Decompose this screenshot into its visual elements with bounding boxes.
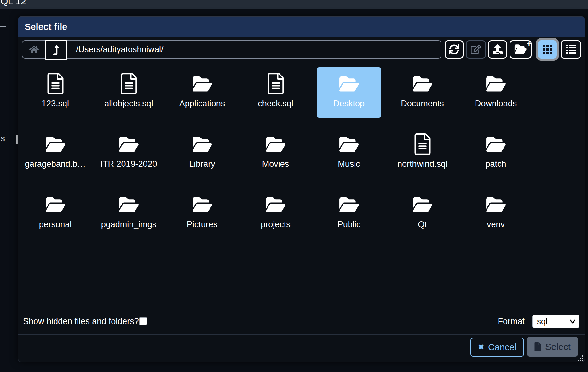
path-input-group (22, 40, 441, 59)
file-label: ITR 2019-2020 (100, 159, 157, 169)
folder-icon (412, 72, 433, 95)
folder-icon (485, 133, 507, 155)
file-tile-123.sql[interactable]: 123.sql (23, 67, 87, 118)
file-icon (414, 133, 431, 155)
folder-icon (265, 133, 286, 155)
toolbar-divider (18, 62, 585, 62)
show-hidden-label: Show hidden files and folders? (23, 317, 139, 326)
chevron-down-icon (569, 318, 576, 325)
folder-tile-Qt[interactable]: Qt (390, 188, 454, 239)
list-view-button[interactable] (561, 40, 581, 59)
file-label: Movies (262, 159, 289, 169)
folder-icon (265, 193, 286, 216)
rename-button[interactable] (466, 40, 486, 59)
file-icon (47, 72, 64, 95)
folder-tile-Public[interactable]: Public (317, 188, 381, 239)
select-label: Select (545, 342, 571, 352)
file-icon (534, 342, 541, 351)
rename-edit-icon (471, 44, 481, 54)
file-label: Applications (179, 99, 225, 109)
folder-icon (45, 193, 66, 216)
home-button[interactable] (22, 41, 45, 58)
background-divider-fragment (0, 26, 6, 27)
file-label: Music (338, 159, 360, 169)
folder-icon (118, 133, 140, 155)
path-input[interactable] (76, 41, 435, 58)
folder-tile-Library[interactable]: Library (170, 128, 234, 178)
format-label: Format (498, 317, 525, 326)
folder-tile-Documents[interactable]: Documents (390, 67, 454, 118)
file-label: garageband.b… (25, 159, 86, 169)
dialog-footer: ✖ Cancel Select (18, 335, 585, 362)
plus-icon: + (527, 39, 532, 48)
file-label: venv (487, 220, 505, 229)
folder-icon (338, 193, 360, 216)
folder-tile-Pictures[interactable]: Pictures (170, 188, 234, 239)
background-cursor-fragment (16, 135, 18, 144)
folder-tile-Movies[interactable]: Movies (244, 128, 308, 178)
background-tab-bar: QL 12 (0, 0, 588, 9)
folder-icon (45, 133, 66, 155)
list-view-icon (566, 45, 576, 54)
folder-icon (485, 72, 507, 95)
dialog-header: Select file (18, 17, 585, 37)
refresh-icon (449, 44, 459, 54)
folder-tile-ITR_2019-2020[interactable]: ITR 2019-2020 (97, 128, 161, 178)
background-tab-title: QL 12 (1, 0, 26, 7)
file-tile-check.sql[interactable]: check.sql (244, 67, 308, 118)
cancel-label: Cancel (488, 342, 516, 352)
home-icon (29, 45, 39, 54)
cancel-button[interactable]: ✖ Cancel (470, 338, 524, 357)
select-button[interactable]: Select (527, 337, 578, 357)
folder-icon (338, 133, 360, 155)
level-up-button[interactable] (45, 40, 67, 60)
new-folder-button[interactable]: + (510, 40, 532, 59)
screen: QL 12 s Select file (0, 0, 588, 372)
folder-tile-Applications[interactable]: Applications (170, 67, 234, 118)
format-selected-value: sql (537, 317, 547, 326)
folder-tile-patch[interactable]: patch (464, 128, 528, 178)
options-row: Show hidden files and folders? Format sq… (18, 308, 585, 335)
level-up-icon (53, 45, 60, 55)
file-icon (268, 72, 284, 95)
file-tile-northwind.sql[interactable]: northwind.sql (390, 128, 454, 178)
folder-icon (192, 193, 213, 216)
file-label: Pictures (187, 220, 218, 229)
file-icon (121, 72, 137, 95)
folder-tile-Downloads[interactable]: Downloads (464, 67, 528, 118)
file-label: pgadmin_imgs (101, 220, 157, 229)
folder-icon (338, 72, 360, 95)
file-label: patch (485, 159, 506, 169)
file-label: allobjects.sql (104, 99, 153, 109)
format-select[interactable]: sql (532, 315, 579, 328)
folder-icon (192, 133, 213, 155)
grid-view-button[interactable] (538, 40, 557, 59)
file-label: Public (337, 220, 361, 229)
file-tile-allobjects.sql[interactable]: allobjects.sql (97, 67, 161, 118)
file-label: 123.sql (42, 99, 69, 109)
select-file-dialog: Select file + (18, 16, 585, 362)
file-label: Downloads (475, 99, 517, 109)
file-label: northwind.sql (397, 159, 447, 169)
folder-tile-pgadmin_imgs[interactable]: pgadmin_imgs (97, 188, 161, 239)
show-hidden-checkbox[interactable] (139, 317, 147, 325)
file-label: Qt (418, 220, 427, 229)
file-label: Documents (401, 99, 444, 109)
resize-grip[interactable] (577, 355, 583, 362)
folder-tile-Desktop[interactable]: Desktop (317, 67, 381, 118)
file-label: projects (261, 220, 291, 229)
file-label: Desktop (333, 99, 365, 109)
folder-tile-personal[interactable]: personal (23, 188, 87, 239)
folder-tile-Music[interactable]: Music (317, 128, 381, 178)
folder-icon (485, 193, 507, 216)
file-grid: 123.sql allobjects.sql Applications chec… (23, 67, 528, 239)
dialog-title: Select file (25, 22, 67, 32)
refresh-button[interactable] (445, 40, 464, 59)
folder-tile-garageband.b_[interactable]: garageband.b… (23, 128, 87, 178)
file-label: personal (39, 220, 72, 229)
upload-button[interactable] (488, 40, 507, 59)
grid-view-icon (543, 45, 552, 54)
file-label: check.sql (258, 99, 293, 109)
folder-tile-venv[interactable]: venv (464, 188, 528, 239)
folder-tile-projects[interactable]: projects (244, 188, 308, 239)
